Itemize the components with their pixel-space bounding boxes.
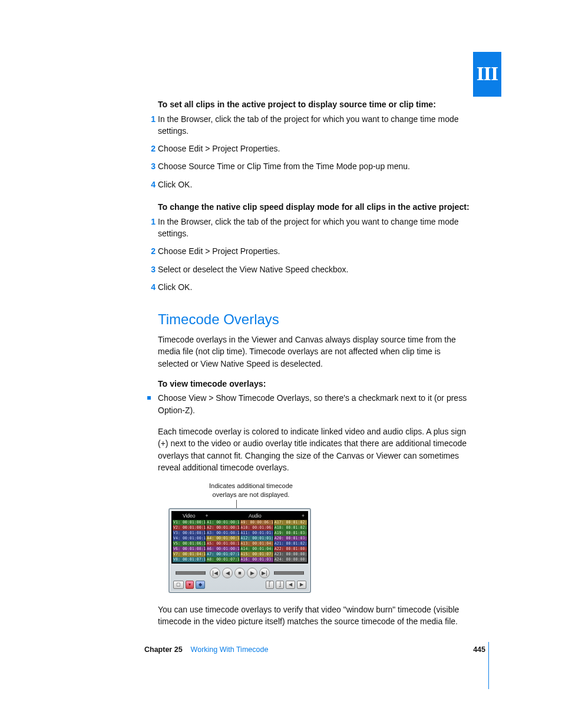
step-number: 2 (145, 245, 156, 257)
mark-out-button[interactable]: ⎦ (276, 581, 284, 589)
timecode-cell: V4: 00:01:00:11 (173, 536, 206, 541)
section-body: Timecode overlays in the Viewer and Canv… (158, 334, 471, 370)
timecode-cell: A1: 00:01:00:11 (206, 520, 240, 525)
closing-paragraph: You can use timecode overlays to verify … (158, 604, 471, 628)
timecode-cell: A10: 00:01:06:11 (240, 525, 274, 531)
step-text: In the Browser, click the tab of the pro… (158, 114, 459, 136)
step-number: 1 (145, 216, 156, 228)
transport-controls: |◀ ◀ ■ ▶ ▶| (173, 567, 306, 579)
timecode-row: V7: 00:01:04:11A7: 00:01:07:11A15: 00:01… (173, 552, 307, 557)
timecode-row: V5: 00:01:06:11A5: 00:01:08:11A13: 00:01… (173, 541, 307, 546)
view-proc-title: To view timecode overlays: (158, 378, 471, 390)
step-number: 4 (145, 179, 156, 190)
timecode-cell: A16: 00:01:03:11 (240, 557, 274, 562)
timecode-cell: A24: 00:00:00:11 (274, 557, 307, 562)
shuttle-slider[interactable] (176, 571, 206, 575)
timecode-cell: V8: 00:01:07:11 (173, 557, 206, 562)
page-footer: Chapter 25 Working With Timecode 445 (144, 644, 485, 655)
plus-icon: + (204, 512, 210, 519)
timecode-cell: A8: 00:01:07:11 (206, 557, 240, 562)
timecode-rows: V1: 00:01:00:11A1: 00:01:00:11A9: 00:00:… (173, 520, 307, 562)
step-text: Select or deselect the View Native Speed… (158, 265, 348, 274)
add-keyframe-button[interactable]: ◆ (196, 581, 205, 589)
timecode-cell: A6: 00:01:00:11 (206, 546, 240, 552)
section-heading: Timecode Overlays (158, 309, 471, 330)
lower-controls: ▢ ▾ ◆ ⎡ ⎦ ◀ ▶ (173, 580, 306, 589)
step-number: 1 (145, 113, 156, 125)
timecode-cell: A15: 00:01:07:11 (240, 552, 274, 557)
figure-callout: Indicates additional timecode overlays a… (204, 482, 298, 499)
step-number: 3 (145, 160, 156, 172)
timecode-cell: V7: 00:01:04:11 (173, 552, 206, 557)
overlay-header: Video + Audio + (173, 512, 307, 520)
timecode-row: V3: 00:01:08:11A3: 00:01:08:11A11: 00:01… (173, 531, 307, 536)
timecode-cell: A11: 00:01:01:11 (240, 531, 274, 536)
timecode-row: V1: 00:01:00:11A1: 00:01:00:11A9: 00:00:… (173, 520, 307, 525)
side-rule (488, 642, 489, 689)
timecode-overlay-panel: Video + Audio + V1: 00:01:00:11A1: 00:01… (168, 508, 311, 593)
step-text: Choose Edit > Project Properties. (158, 246, 280, 256)
timecode-cell: A3: 00:01:08:11 (206, 531, 240, 536)
step-text: In the Browser, click the tab of the pro… (158, 217, 459, 238)
bullet-text: Choose View > Show Timecode Overlays, so… (158, 393, 467, 414)
timecode-row: V6: 00:01:08:11A6: 00:01:00:11A14: 00:01… (173, 546, 307, 552)
go-in-button[interactable]: ◀ (286, 581, 295, 589)
timecode-row: V8: 00:01:07:11A8: 00:01:07:11A16: 00:01… (173, 557, 307, 562)
bullet-icon (147, 396, 151, 400)
page-number: 445 (473, 644, 485, 655)
chapter-number: Chapter 25 (144, 644, 183, 655)
timecode-cell: A18: 00:01:02:11 (274, 525, 307, 531)
step-text: Click OK. (158, 282, 192, 292)
callout-leader-line (236, 500, 237, 508)
timecode-cell: A14: 00:01:04:11 (240, 546, 274, 552)
go-out-button[interactable]: ▶ (297, 581, 306, 589)
timecode-cell: A20: 00:01:03:11 (274, 536, 307, 541)
timecode-cell: V2: 00:01:00:17 (173, 525, 206, 531)
timecode-cell: V5: 00:01:06:11 (173, 541, 206, 546)
play-reverse-button[interactable]: ◀ (222, 568, 233, 578)
timecode-cell: A17: 00:01:02:11 (274, 520, 307, 525)
body-paragraph: Each timecode overlay is colored to indi… (158, 426, 471, 473)
step-text: Choose Edit > Project Properties. (158, 144, 280, 153)
timecode-cell: A2: 00:01:00:17 (206, 525, 240, 531)
prev-edit-button[interactable]: |◀ (210, 568, 220, 578)
next-edit-button[interactable]: ▶| (259, 568, 270, 578)
timecode-cell: A21: 00:01:02:11 (274, 541, 307, 546)
timecode-cell: A9: 00:00:06:11 (240, 520, 274, 525)
mark-in-button[interactable]: ⎡ (266, 581, 274, 589)
view-proc-bullets: Choose View > Show Timecode Overlays, so… (158, 392, 471, 416)
stop-button[interactable]: ■ (234, 568, 245, 578)
chapter-title: Working With Timecode (191, 644, 269, 655)
video-column-label: Video (174, 512, 204, 519)
timecode-row: V4: 00:01:00:11A4: 00:01:00:11A12: 00:01… (173, 536, 307, 541)
procedure1-title: To set all clips in the active project t… (158, 98, 471, 111)
timecode-cell: V1: 00:01:00:11 (173, 520, 206, 525)
play-button[interactable]: ▶ (247, 568, 257, 578)
timecode-cell: A13: 00:01:04:11 (240, 541, 274, 546)
procedure2-title: To change the native clip speed display … (158, 201, 471, 213)
timecode-cell: V6: 00:01:08:11 (173, 546, 206, 552)
procedure1-steps: 1In the Browser, click the tab of the pr… (158, 113, 471, 190)
jog-wheel[interactable] (274, 571, 304, 575)
part-tab: III (473, 52, 501, 97)
step-number: 2 (145, 143, 156, 154)
step-text: Click OK. (158, 180, 192, 189)
timecode-cell: V3: 00:01:08:11 (173, 531, 206, 536)
timecode-row: V2: 00:01:00:17A2: 00:01:00:17A10: 00:01… (173, 525, 307, 531)
timecode-cell: A7: 00:01:07:11 (206, 552, 240, 557)
timecode-cell: A23: 00:00:00:11 (274, 552, 307, 557)
figure: Indicates additional timecode overlays a… (168, 482, 333, 593)
mark-clip-button[interactable]: ▾ (186, 581, 194, 589)
timecode-cell: A4: 00:01:00:11 (206, 536, 240, 541)
procedure2-steps: 1In the Browser, click the tab of the pr… (158, 216, 471, 293)
step-number: 3 (145, 263, 156, 275)
plus-icon: + (300, 512, 306, 519)
step-number: 4 (145, 281, 156, 293)
timecode-cell: A12: 00:01:01:11 (240, 536, 274, 541)
timecode-cell: A19: 00:01:03:11 (274, 531, 307, 536)
step-text: Choose Source Time or Clip Time from the… (158, 162, 410, 171)
audio-column-label: Audio (209, 512, 300, 519)
match-frame-button[interactable]: ▢ (173, 581, 184, 589)
timecode-cell: A22: 00:01:00:11 (274, 546, 307, 552)
timecode-cell: A5: 00:01:08:11 (206, 541, 240, 546)
